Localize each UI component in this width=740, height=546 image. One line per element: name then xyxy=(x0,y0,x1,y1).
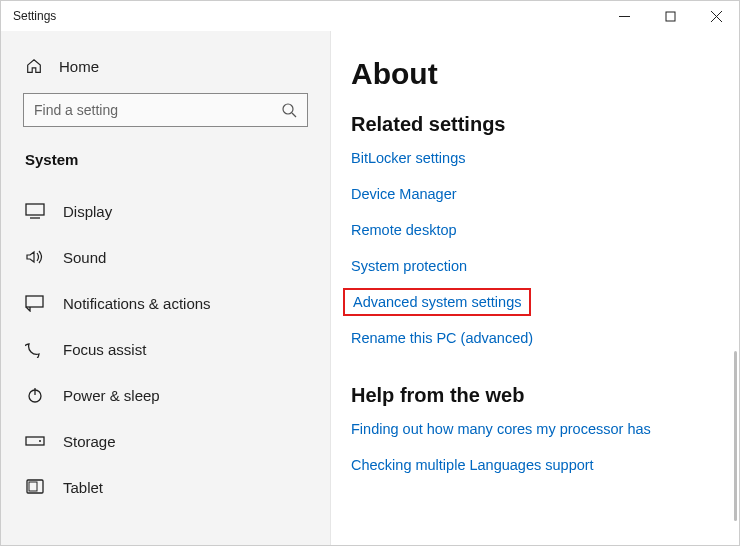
search-input[interactable]: Find a setting xyxy=(23,93,308,127)
scrollbar-thumb[interactable] xyxy=(734,351,737,521)
sound-icon xyxy=(25,248,45,266)
focus-assist-icon xyxy=(25,340,45,358)
link-remote-desktop[interactable]: Remote desktop xyxy=(351,222,457,238)
sidebar: Home Find a setting System Display Sound xyxy=(1,31,331,545)
nav-item-label: Tablet xyxy=(63,479,103,496)
nav-item-sound[interactable]: Sound xyxy=(1,234,330,280)
link-help-cores[interactable]: Finding out how many cores my processor … xyxy=(351,421,651,437)
nav-item-storage[interactable]: Storage xyxy=(1,418,330,464)
nav-item-focus-assist[interactable]: Focus assist xyxy=(1,326,330,372)
nav-item-display[interactable]: Display xyxy=(1,188,330,234)
nav-item-label: Focus assist xyxy=(63,341,146,358)
link-system-protection[interactable]: System protection xyxy=(351,258,467,274)
nav-item-label: Notifications & actions xyxy=(63,295,211,312)
minimize-button[interactable] xyxy=(601,1,647,31)
link-bitlocker-settings[interactable]: BitLocker settings xyxy=(351,150,465,166)
link-advanced-system-settings[interactable]: Advanced system settings xyxy=(343,288,531,316)
link-rename-this-pc-advanced[interactable]: Rename this PC (advanced) xyxy=(351,330,533,346)
home-icon xyxy=(25,57,43,75)
nav-item-power-sleep[interactable]: Power & sleep xyxy=(1,372,330,418)
nav-item-tablet[interactable]: Tablet xyxy=(1,464,330,510)
svg-rect-14 xyxy=(29,482,37,491)
nav-item-label: Storage xyxy=(63,433,116,450)
help-from-web-heading: Help from the web xyxy=(351,384,719,407)
maximize-button[interactable] xyxy=(647,1,693,31)
window-title: Settings xyxy=(13,9,56,23)
link-help-languages[interactable]: Checking multiple Languages support xyxy=(351,457,594,473)
search-placeholder: Find a setting xyxy=(34,102,118,118)
display-icon xyxy=(25,202,45,220)
notifications-icon xyxy=(25,294,45,312)
nav-home[interactable]: Home xyxy=(1,51,330,85)
power-icon xyxy=(25,386,45,404)
nav-item-label: Sound xyxy=(63,249,106,266)
close-icon xyxy=(711,11,722,22)
sidebar-category: System xyxy=(1,141,330,188)
svg-point-4 xyxy=(283,104,293,114)
titlebar: Settings xyxy=(1,1,739,31)
svg-rect-8 xyxy=(26,296,43,307)
nav-item-label: Power & sleep xyxy=(63,387,160,404)
svg-rect-11 xyxy=(26,437,44,445)
page-title: About xyxy=(351,57,719,91)
maximize-icon xyxy=(665,11,676,22)
main-panel: About Related settings BitLocker setting… xyxy=(331,31,739,545)
window-controls xyxy=(601,1,739,31)
sidebar-nav: Display Sound Notifications & actions Fo… xyxy=(1,188,330,510)
svg-rect-6 xyxy=(26,204,44,215)
minimize-icon xyxy=(619,11,630,22)
tablet-icon xyxy=(25,478,45,496)
nav-item-label: Display xyxy=(63,203,112,220)
search-wrap: Find a setting xyxy=(1,85,330,141)
nav-item-notifications[interactable]: Notifications & actions xyxy=(1,280,330,326)
nav-home-label: Home xyxy=(59,58,99,75)
svg-rect-1 xyxy=(666,12,675,21)
storage-icon xyxy=(25,432,45,450)
related-settings-heading: Related settings xyxy=(351,113,719,136)
svg-point-12 xyxy=(39,440,41,442)
link-device-manager[interactable]: Device Manager xyxy=(351,186,457,202)
close-button[interactable] xyxy=(693,1,739,31)
search-icon xyxy=(281,102,297,118)
svg-line-5 xyxy=(292,113,296,117)
content: Home Find a setting System Display Sound xyxy=(1,31,739,545)
